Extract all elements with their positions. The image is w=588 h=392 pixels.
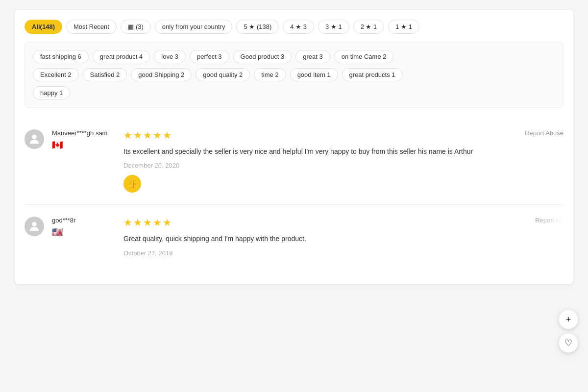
- tag-pill[interactable]: perfect 3: [190, 50, 229, 63]
- report-abuse-button-1[interactable]: Report Ab: [535, 217, 564, 224]
- tag-pill[interactable]: on time Came 2: [334, 50, 394, 63]
- review-date-1: October 27, 2019: [123, 249, 564, 257]
- star-icon: ★: [153, 129, 162, 141]
- tags-row-1: fast shipping 6great product 4love 3perf…: [33, 50, 555, 63]
- image-icon: ▦: [128, 23, 134, 30]
- review-card-1: god***8r 🇺🇸 ★★★★★ Report Ab Great qualit…: [24, 205, 564, 274]
- star-icon: ★: [123, 129, 132, 141]
- tag-pill[interactable]: great product 4: [93, 50, 150, 63]
- filter-chip-0[interactable]: All(148): [24, 20, 62, 34]
- reviewer-name-0: Manveer****gh sam: [52, 129, 116, 137]
- reviews-container: All(148)Most Recent▦ (3)only from your c…: [15, 10, 573, 284]
- review-text-0: Its excellent and specially the seller i…: [123, 146, 564, 157]
- fab-container: + ♡: [559, 310, 578, 353]
- stars-0: ★★★★★: [123, 129, 172, 141]
- filter-chip-8[interactable]: 1 ★ 1: [388, 20, 419, 34]
- star-icon: ★: [163, 217, 172, 228]
- tag-pill[interactable]: good Shipping 2: [131, 68, 192, 81]
- filter-chip-2[interactable]: ▦ (3): [121, 20, 151, 34]
- tags-row-3: happy 1: [33, 86, 555, 99]
- star-icon: ★: [143, 129, 152, 141]
- stars-1: ★★★★★: [123, 217, 172, 228]
- review-text-1: Great quality, quick shipping and I'm ha…: [123, 233, 564, 244]
- reviews-list: Manveer****gh sam 🇨🇦 ★★★★★ Report Abuse …: [24, 118, 564, 274]
- thumbs-up-button[interactable]: 👍: [123, 175, 141, 193]
- avatar-1: [24, 217, 44, 236]
- review-header-0: ★★★★★ Report Abuse: [123, 129, 564, 141]
- filter-chip-1[interactable]: Most Recent: [66, 20, 117, 34]
- star-icon: ★: [123, 217, 132, 228]
- tag-pill[interactable]: great 3: [295, 50, 330, 63]
- tag-pill[interactable]: Excellent 2: [33, 68, 79, 81]
- review-content-0: ★★★★★ Report Abuse Its excellent and spe…: [123, 129, 564, 193]
- tag-pill[interactable]: Good product 3: [233, 50, 292, 63]
- svg-point-0: [32, 135, 36, 139]
- star-icon: ★: [163, 129, 172, 141]
- heart-fab[interactable]: ♡: [559, 333, 578, 353]
- tag-pill[interactable]: good quality 2: [196, 68, 250, 81]
- reviewer-info-1: god***8r 🇺🇸: [52, 217, 116, 262]
- reviewer-info-0: Manveer****gh sam 🇨🇦: [52, 129, 116, 193]
- tag-pill[interactable]: fast shipping 6: [33, 50, 89, 63]
- avatar-0: [24, 129, 44, 149]
- star-icon: ★: [153, 217, 162, 228]
- filter-chip-7[interactable]: 2 ★ 1: [353, 20, 385, 34]
- filter-chip-3[interactable]: only from your country: [155, 20, 233, 34]
- star-icon: ★: [133, 217, 142, 228]
- report-abuse-button-0[interactable]: Report Abuse: [525, 129, 564, 137]
- review-header-1: ★★★★★ Report Ab: [123, 217, 564, 228]
- filter-row: All(148)Most Recent▦ (3)only from your c…: [24, 20, 564, 34]
- review-card-0: Manveer****gh sam 🇨🇦 ★★★★★ Report Abuse …: [24, 118, 564, 205]
- filter-chip-5[interactable]: 4 ★ 3: [283, 20, 314, 34]
- tags-section: fast shipping 6great product 4love 3perf…: [24, 42, 564, 108]
- filter-chip-4[interactable]: 5 ★ (138): [236, 20, 279, 34]
- tag-pill[interactable]: good item 1: [290, 68, 338, 81]
- tag-pill[interactable]: great products 1: [342, 68, 403, 81]
- filter-chip-label: (3): [136, 23, 144, 30]
- star-icon: ★: [133, 129, 142, 141]
- flag-1: 🇺🇸: [52, 227, 116, 238]
- review-content-1: ★★★★★ Report Ab Great quality, quick shi…: [123, 217, 564, 262]
- flag-0: 🇨🇦: [52, 140, 116, 150]
- reviewer-name-1: god***8r: [52, 217, 116, 224]
- tag-pill[interactable]: time 2: [254, 68, 286, 81]
- review-date-0: December 20, 2020: [123, 162, 564, 169]
- tag-pill[interactable]: Satisfied 2: [83, 68, 127, 81]
- svg-point-1: [32, 222, 36, 226]
- filter-chip-6[interactable]: 3 ★ 1: [318, 20, 349, 34]
- tags-row-2: Excellent 2Satisfied 2good Shipping 2goo…: [33, 68, 555, 81]
- tag-pill[interactable]: love 3: [154, 50, 186, 63]
- tag-pill[interactable]: happy 1: [33, 86, 70, 99]
- add-fab[interactable]: +: [559, 310, 578, 329]
- star-icon: ★: [143, 217, 152, 228]
